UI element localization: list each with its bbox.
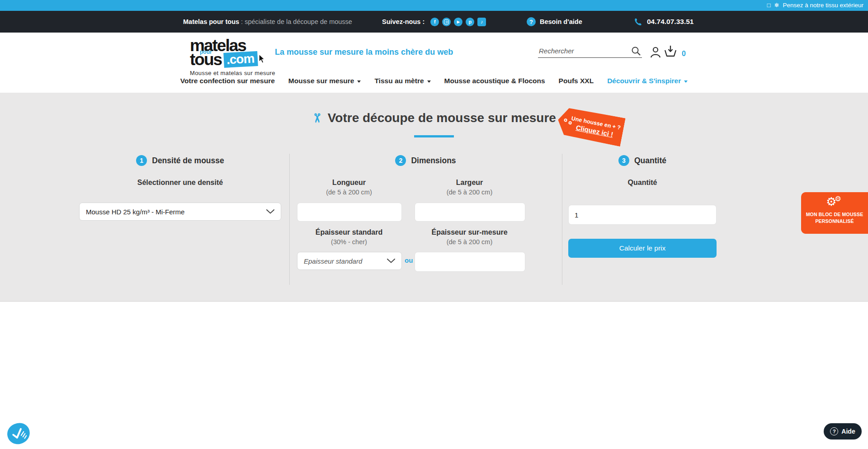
brand-descriptor: : spécialiste de la découpe de mousse [241,18,352,25]
custom-foam-block-tab[interactable]: ⚙⚙ MON BLOC DE MOUSSE PERSONNALISÉ [801,192,868,234]
logo-com-box: .com [223,51,258,68]
quantity-label: Quantité [568,179,717,187]
nav-tissu-au-metre[interactable]: Tissu au mètre [374,77,430,85]
follow-label: Suivez-nous : [382,18,425,25]
std-thickness-select[interactable]: Epaisseur standard [297,252,402,270]
youtube-icon[interactable]: ▶ [454,18,462,26]
side-tab-label-line1: MON BLOC DE MOUSSE [801,211,868,218]
instagram-icon[interactable] [442,18,451,26]
facebook-icon[interactable]: f [430,18,439,26]
need-help-link[interactable]: ? Besoin d'aide [527,11,582,33]
std-thickness-label: Épaisseur standard [297,228,401,236]
need-help-label: Besoin d'aide [540,18,582,25]
length-label: Longueur [297,179,401,187]
step3-header: 3 Quantité [568,155,717,166]
search-icon[interactable] [631,46,641,56]
account-icon[interactable] [650,46,661,58]
page-title: ✂Votre découpe de mousse sur mesure [0,111,868,125]
tag-eyelet [564,118,567,122]
logo-subtitle: Mousse et matelas sur mesure [190,70,275,76]
search-box [538,44,642,58]
scissors-icon: ✂ [310,113,324,123]
snowflake-icon: ❄ [774,2,779,9]
pinterest-icon[interactable]: p [466,18,474,26]
gears-icon: ⚙⚙ [801,196,868,211]
mouse-cursor [259,54,267,64]
width-hint: (de 5 à 200 cm) [415,189,524,196]
nav-mousse-acoustique[interactable]: Mousse acoustique & Flocons [444,77,545,85]
std-thickness-hint: (30% - cher) [297,238,401,246]
info-bar: Matelas pour tous : spécialiste de la dé… [0,11,868,33]
help-question-icon: ? [830,427,838,435]
column-divider [562,154,562,285]
top-notice-bar: □ ❄ Pensez à notre tissu extérieur [0,0,868,11]
step1-header: 1 Densité de mousse [79,155,281,166]
page: □ ❄ Pensez à notre tissu extérieur Matel… [0,0,868,449]
cart-icon[interactable] [664,45,677,58]
nav-mousse-sur-mesure[interactable]: Mousse sur mesure [288,77,361,85]
chevron-down-icon [684,80,688,83]
width-label: Largeur [415,179,524,187]
title-underline [414,135,454,137]
column-divider [289,154,290,285]
density-label: Sélectionner une densité [79,179,281,187]
logo-pour: pour [200,49,212,55]
search-input[interactable] [538,44,642,58]
nav-poufs-xxl[interactable]: Poufs XXL [559,77,594,85]
custom-thickness-input[interactable] [415,252,525,272]
header: matelas pour tous .com Mousse et matelas… [0,33,868,93]
check-icon [9,425,27,442]
chevron-down-icon [357,80,361,83]
step2-number-badge: 2 [395,155,406,166]
density-select[interactable]: Mousse HD 25 kg/m³ - Mi-Ferme [79,203,281,221]
nav-decouvrir[interactable]: Découvrir & S'inspirer [607,77,688,85]
tiktok-icon[interactable]: ♪ [477,18,486,26]
box-icon: □ [767,2,770,9]
calculate-price-button[interactable]: Calculer le prix [568,239,717,258]
phone-number: 04.74.07.33.51 [647,18,693,26]
cart-count[interactable]: 0 [682,50,686,58]
or-label: ou [405,256,413,264]
step3-number-badge: 3 [618,155,629,166]
nav-confection[interactable]: Votre confection sur mesure [180,77,275,85]
length-hint: (de 5 à 200 cm) [297,189,401,196]
step1-number-badge: 1 [136,155,147,166]
length-input[interactable] [297,203,402,222]
configurator-section: ✂Votre découpe de mousse sur mesure Une … [0,93,868,302]
phone-icon [634,18,642,26]
chevron-down-icon [266,209,274,214]
custom-thickness-label: Épaisseur sur-mesure [415,228,524,236]
chevron-down-icon [427,80,431,83]
quantity-input[interactable] [568,205,717,225]
side-tab-label-line2: PERSONNALISÉ [801,218,868,225]
reviews-widget[interactable] [5,421,32,446]
width-input[interactable] [415,203,525,222]
brand-name: Matelas pour tous [183,18,239,25]
tagline: La mousse sur mesure la moins chère du w… [275,47,453,57]
help-widget-button[interactable]: ? Aide [824,423,862,440]
question-icon: ? [527,17,536,26]
main-nav: Votre confection sur mesure Mousse sur m… [0,77,868,85]
phone-contact[interactable]: 04.74.07.33.51 [634,11,693,33]
custom-thickness-hint: (de 5 à 200 cm) [415,238,524,246]
instagram-camera [444,19,449,24]
step2-header: 2 Dimensions [289,155,562,166]
top-notice-text[interactable]: Pensez à notre tissu extérieur [783,2,863,9]
chevron-down-icon [387,259,395,263]
social-links: Suivez-nous : f ▶ p ♪ [382,11,486,33]
help-widget-label: Aide [841,428,855,435]
brand-line: Matelas pour tous : spécialiste de la dé… [183,11,352,33]
